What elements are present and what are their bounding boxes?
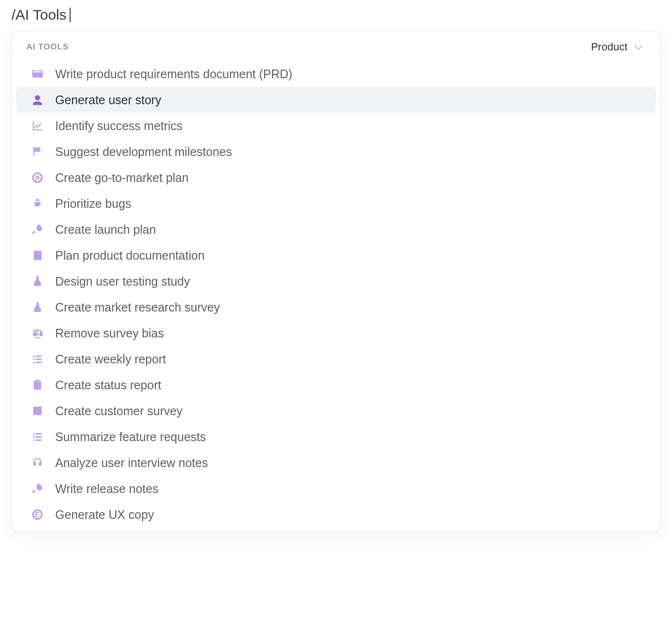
ai-tool-item[interactable]: Create market research survey <box>16 294 656 320</box>
ai-tool-item[interactable]: Analyze user interview notes <box>16 450 656 476</box>
flag-icon <box>30 144 45 159</box>
ai-tool-item[interactable]: Design user testing study <box>16 268 656 294</box>
bug-icon <box>30 196 45 211</box>
ai-tool-item[interactable]: Suggest development milestones <box>16 139 656 165</box>
ai-tool-item[interactable]: Create weekly report <box>16 346 656 372</box>
ai-tool-item[interactable]: Prioritize bugs <box>16 191 656 216</box>
user-icon <box>30 93 45 107</box>
id-card-icon <box>30 67 45 81</box>
bar-chart-icon <box>30 404 45 418</box>
ai-tool-label: Create go-to-market plan <box>55 170 189 185</box>
headset-icon <box>30 456 45 470</box>
section-label: AI TOOLS <box>26 42 69 52</box>
ai-tool-item[interactable]: Create launch plan <box>16 216 656 242</box>
category-filter[interactable]: Product <box>591 40 646 54</box>
ai-tool-item[interactable]: Generate UX copy <box>16 502 656 528</box>
ai-tool-label: Prioritize bugs <box>55 196 131 211</box>
rocket-icon <box>30 222 45 237</box>
ai-tool-label: Generate UX copy <box>55 507 154 522</box>
ai-tool-label: Identify success metrics <box>55 119 182 133</box>
ai-tool-label: Suggest development milestones <box>55 144 232 159</box>
list-icon <box>30 430 45 444</box>
ai-tool-item[interactable]: Remove survey bias <box>16 320 656 346</box>
ai-tool-item[interactable]: Create status report <box>16 372 656 398</box>
clipboard-icon <box>30 378 45 392</box>
ai-tool-label: Remove survey bias <box>55 326 164 340</box>
ai-tool-label: Analyze user interview notes <box>55 456 208 470</box>
ai-tool-label: Write release notes <box>55 481 158 496</box>
ai-tool-item[interactable]: Write product requirements document (PRD… <box>16 61 656 87</box>
ai-tool-label: Design user testing study <box>55 274 190 288</box>
book-icon <box>30 248 45 263</box>
ai-tool-label: Create launch plan <box>55 222 156 237</box>
chart-line-icon <box>30 119 45 133</box>
slash-command-input[interactable]: /AI Tools <box>12 5 660 28</box>
ai-tool-item[interactable]: Summarize feature requests <box>16 424 656 450</box>
flask-icon <box>30 274 45 288</box>
target-icon <box>30 170 45 185</box>
flask-icon <box>30 300 45 314</box>
ai-tool-label: Generate user story <box>55 93 161 107</box>
ai-tool-label: Create market research survey <box>55 300 220 314</box>
ai-tools-list: Write product requirements document (PRD… <box>12 61 660 528</box>
ai-tools-dropdown: AI TOOLS Product Write product requireme… <box>12 31 660 532</box>
ai-tool-item[interactable]: Create customer survey <box>16 398 656 424</box>
balance-icon <box>30 326 45 340</box>
slash-command-text: /AI Tools <box>12 7 67 23</box>
ai-tool-item[interactable]: Plan product documentation <box>16 242 656 268</box>
ai-tool-item[interactable]: Write release notes <box>16 476 656 502</box>
list-icon <box>30 352 45 366</box>
ai-tool-label: Create weekly report <box>55 352 166 366</box>
ai-tool-item[interactable]: Generate user story <box>16 87 656 113</box>
ai-tool-item[interactable]: Identify success metrics <box>16 113 656 139</box>
ai-tool-label: Create status report <box>55 378 161 392</box>
ai-tool-label: Summarize feature requests <box>55 430 206 444</box>
rocket-icon <box>30 481 45 496</box>
text-cursor <box>70 8 71 22</box>
ai-tool-item[interactable]: Create go-to-market plan <box>16 165 656 191</box>
category-filter-label: Product <box>591 41 627 53</box>
chevron-down-icon <box>631 40 646 54</box>
copyright-icon <box>30 507 45 522</box>
ai-tool-label: Write product requirements document (PRD… <box>55 67 292 81</box>
ai-tool-label: Plan product documentation <box>55 248 204 263</box>
ai-tool-label: Create customer survey <box>55 404 182 418</box>
